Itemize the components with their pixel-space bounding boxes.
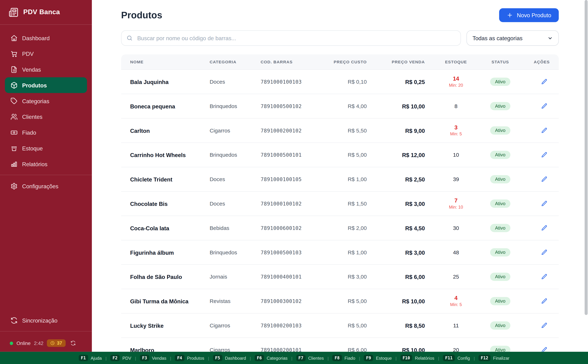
- fkey-f4[interactable]: F4Produtos: [175, 355, 204, 361]
- pencil-icon: [541, 347, 548, 352]
- category-select[interactable]: Todas as categorias: [466, 30, 559, 46]
- edit-button[interactable]: [540, 346, 548, 352]
- pencil-icon: [541, 176, 548, 182]
- product-category: Revistas: [210, 289, 261, 313]
- stock-low: 7Min: 10: [425, 197, 487, 210]
- sidebar-item-categorias[interactable]: Categorias: [5, 93, 87, 109]
- fkey-f10[interactable]: F10Relatórios: [400, 355, 434, 361]
- fkey-f9[interactable]: F9Estoque: [364, 355, 392, 361]
- fkey-f1[interactable]: F1Ajuda: [79, 355, 102, 361]
- fn-separator: |: [250, 356, 251, 360]
- product-stock: 39: [425, 167, 487, 192]
- stock-value: 20: [453, 347, 459, 352]
- table-row-figurinha-album: Figurinha álbumBrinquedos7891000500103R$…: [121, 240, 559, 265]
- scrollbar[interactable]: [584, 0, 588, 352]
- product-actions: [513, 94, 559, 118]
- sidebar-item-produtos[interactable]: Produtos: [5, 77, 87, 93]
- fkey-f5[interactable]: F5Dashboard: [213, 355, 246, 361]
- sidebar-item-vendas[interactable]: Vendas: [5, 62, 87, 77]
- pencil-icon: [541, 273, 548, 280]
- fkey-f2[interactable]: F2PDV: [110, 355, 131, 361]
- fkey-f8[interactable]: F8Fiado: [332, 355, 355, 361]
- edit-button[interactable]: [540, 151, 548, 159]
- filters-row: Todas as categorias: [121, 30, 559, 46]
- product-barcode: 7891000200102: [261, 118, 313, 143]
- edit-button[interactable]: [540, 224, 548, 232]
- product-name: Boneca pequena: [121, 94, 210, 118]
- fkey-f6[interactable]: F6Categorias: [254, 355, 288, 361]
- product-status: Ativo: [487, 192, 513, 216]
- product-cost: R$ 1,50: [313, 192, 367, 216]
- product-actions: [513, 143, 559, 167]
- stock-value: 8: [454, 103, 458, 109]
- new-product-label: Novo Produto: [517, 12, 551, 19]
- edit-button[interactable]: [540, 175, 548, 183]
- pencil-icon: [541, 322, 548, 329]
- product-actions: [513, 240, 559, 265]
- search-box[interactable]: [121, 30, 461, 46]
- edit-button[interactable]: [540, 297, 548, 305]
- fkey-f7[interactable]: F7Clientes: [296, 355, 324, 361]
- product-price: R$ 6,00: [367, 265, 425, 289]
- scrollbar-thumb[interactable]: [585, 0, 588, 315]
- search-input[interactable]: [136, 34, 456, 42]
- status-badge: Ativo: [490, 175, 510, 183]
- tag-icon: [11, 97, 18, 104]
- home-icon: [11, 34, 18, 41]
- fkey-f11[interactable]: F11Config: [443, 355, 470, 361]
- pencil-icon: [541, 225, 548, 231]
- sidebar-item-estoque[interactable]: Estoque: [5, 140, 87, 156]
- edit-button[interactable]: [540, 248, 548, 256]
- sidebar-divider: [0, 175, 92, 175]
- fn-separator: |: [396, 356, 397, 360]
- product-cost: R$ 4,00: [313, 94, 367, 118]
- sidebar-item-relatorios[interactable]: Relatórios: [5, 156, 87, 172]
- table-row-lucky-strike: Lucky StrikeCigarros7891000200103R$ 5,00…: [121, 313, 559, 338]
- sidebar-item-pdv[interactable]: PDV: [5, 46, 87, 62]
- fn-separator: |: [135, 356, 136, 360]
- fkey-f12[interactable]: F12Finalizar: [478, 355, 509, 361]
- product-actions: [513, 167, 559, 192]
- product-category: Doces: [210, 70, 261, 94]
- column-header-categoria: CATEGORIA: [210, 54, 261, 70]
- product-status: Ativo: [487, 70, 513, 94]
- product-barcode: 7891000500102: [261, 94, 313, 118]
- product-cost: R$ 5,00: [313, 289, 367, 313]
- product-status: Ativo: [487, 167, 513, 192]
- stock-value: 30: [453, 225, 459, 231]
- product-stock: 4Min: 5: [425, 289, 487, 313]
- product-stock: 10: [425, 143, 487, 167]
- product-name: Coca-Cola lata: [121, 216, 210, 240]
- product-barcode: 7891000100105: [261, 167, 313, 192]
- product-name: Carlton: [121, 118, 210, 143]
- sidebar: PDV Banca DashboardPDVVendasProdutosCate…: [0, 0, 92, 352]
- stock-value: 25: [453, 274, 459, 280]
- status-badge: Ativo: [490, 224, 510, 232]
- edit-button[interactable]: [540, 126, 548, 134]
- product-price: R$ 8,50: [367, 313, 425, 338]
- new-product-button[interactable]: Novo Produto: [499, 8, 559, 22]
- product-stock: 48: [425, 240, 487, 265]
- fn-separator: |: [438, 356, 439, 360]
- product-actions: [513, 313, 559, 338]
- product-barcode: 7891000200101: [261, 338, 313, 352]
- fn-separator: |: [291, 356, 292, 360]
- product-actions: [513, 216, 559, 240]
- status-badge: Ativo: [490, 248, 510, 256]
- status-badge: Ativo: [490, 297, 510, 305]
- product-category: Cigarros: [210, 338, 261, 352]
- sidebar-item-fiado[interactable]: Fiado: [5, 124, 87, 140]
- edit-button[interactable]: [540, 102, 548, 110]
- edit-button[interactable]: [540, 200, 548, 208]
- refresh-icon[interactable]: [70, 340, 76, 346]
- edit-button[interactable]: [540, 78, 548, 85]
- sidebar-item-dashboard[interactable]: Dashboard: [5, 30, 87, 46]
- sidebar-item-configuracoes[interactable]: Configurações: [5, 178, 87, 194]
- edit-button[interactable]: [540, 321, 548, 329]
- fkey-f3[interactable]: F3Vendas: [140, 355, 166, 361]
- sidebar-item-clientes[interactable]: Clientes: [5, 109, 87, 124]
- column-header-acoes: AÇÕES: [513, 54, 559, 70]
- sidebar-item-sincronizacao[interactable]: Sincronização: [5, 312, 87, 328]
- table-row-carlton: CarltonCigarros7891000200102R$ 5,50R$ 9,…: [121, 118, 559, 143]
- edit-button[interactable]: [540, 273, 548, 280]
